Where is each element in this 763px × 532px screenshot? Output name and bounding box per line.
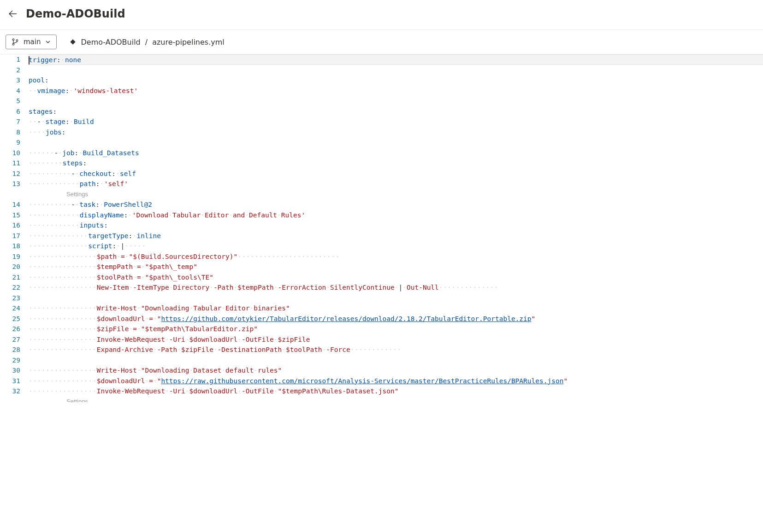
line-number: 21: [0, 272, 20, 283]
code-line[interactable]: [29, 293, 763, 304]
code-line[interactable]: ··············script:·|·····: [29, 241, 763, 251]
line-number: 9: [0, 137, 20, 148]
code-line[interactable]: ················$downloadUrl·=·"https://…: [29, 376, 763, 386]
line-number: 4: [0, 86, 20, 96]
code-line[interactable]: ······-·job:·Build_Datasets: [29, 148, 763, 158]
line-number: 11: [0, 158, 20, 169]
svg-point-0: [12, 39, 14, 41]
code-line[interactable]: ················Write-Host·"Downloading·…: [29, 365, 763, 376]
code-line[interactable]: trigger:·none: [29, 54, 763, 65]
back-button[interactable]: [7, 8, 18, 19]
arrow-left-icon: [9, 10, 17, 18]
line-number: 6: [0, 106, 20, 117]
code-line[interactable]: ················$tempPath·=·"$path\_temp…: [29, 262, 763, 272]
code-line[interactable]: ··-·stage:·Build: [29, 117, 763, 127]
page-title: Demo-ADOBuild: [26, 7, 125, 20]
header: Demo-ADOBuild: [0, 0, 763, 29]
line-number: 30: [0, 365, 20, 376]
code-content[interactable]: trigger:·nonepool:··vmimage:·'windows-la…: [29, 54, 763, 402]
branch-icon: [12, 38, 19, 46]
code-line[interactable]: [29, 96, 763, 106]
code-line[interactable]: ················Invoke-WebRequest·-Uri·$…: [29, 386, 763, 397]
line-number: 29: [0, 355, 20, 366]
code-line[interactable]: ················$path·=·"$(Build.Sources…: [29, 251, 763, 262]
code-editor[interactable]: 1234567891011121314151617181920212223242…: [0, 54, 763, 402]
line-number: 19: [0, 251, 20, 262]
line-number: 1: [0, 54, 20, 65]
line-number: 26: [0, 324, 20, 334]
line-number: 16: [0, 220, 20, 231]
line-number: 28: [0, 345, 20, 355]
line-number: 3: [0, 75, 20, 86]
code-line[interactable]: [29, 65, 763, 76]
chevron-down-icon: [45, 39, 51, 45]
code-line[interactable]: pool:: [29, 75, 763, 86]
code-line[interactable]: ················$toolPath·=·"$path\_tool…: [29, 272, 763, 283]
repo-icon: [70, 39, 76, 45]
svg-point-1: [12, 43, 14, 45]
line-number: 20: [0, 262, 20, 272]
branch-selector[interactable]: main: [6, 35, 57, 49]
url-link[interactable]: https://raw.githubusercontent.com/micros…: [161, 377, 563, 385]
code-line[interactable]: ····jobs:: [29, 127, 763, 138]
line-number: 7: [0, 117, 20, 127]
code-lens-settings[interactable]: Settings: [29, 189, 763, 200]
code-line[interactable]: ················Expand-Archive·-Path·$zi…: [29, 345, 763, 355]
url-link[interactable]: https://github.com/otykier/TabularEditor…: [161, 315, 531, 322]
code-line[interactable]: ················$downloadUrl·=·"https://…: [29, 314, 763, 324]
code-line[interactable]: ··········-·checkout:·self: [29, 169, 763, 179]
breadcrumb-repo[interactable]: Demo-ADOBuild: [81, 38, 140, 47]
line-number: 17: [0, 231, 20, 241]
line-number: 14: [0, 199, 20, 210]
code-line[interactable]: ············displayName:·'Download·Tabul…: [29, 210, 763, 221]
code-line[interactable]: ············path:·'self': [29, 179, 763, 189]
line-number: 23: [0, 293, 20, 304]
line-number: 15: [0, 210, 20, 221]
code-line[interactable]: [29, 137, 763, 148]
code-lens-settings[interactable]: Settings: [29, 397, 763, 402]
line-number: 31: [0, 376, 20, 386]
code-line[interactable]: ··vmimage:·'windows-latest': [29, 86, 763, 96]
line-number: 13: [0, 179, 20, 189]
code-line[interactable]: stages:: [29, 106, 763, 117]
line-number-gutter: 1234567891011121314151617181920212223242…: [0, 54, 29, 402]
code-line[interactable]: [29, 355, 763, 366]
line-number: 22: [0, 282, 20, 293]
code-line[interactable]: ················Invoke-WebRequest·-Uri·$…: [29, 334, 763, 345]
line-number: 25: [0, 314, 20, 324]
breadcrumb-separator: /: [145, 38, 148, 47]
code-line[interactable]: ········steps:: [29, 158, 763, 169]
code-line[interactable]: ············inputs:: [29, 220, 763, 231]
branch-name: main: [24, 38, 41, 46]
line-number: 12: [0, 169, 20, 179]
line-number: 2: [0, 65, 20, 76]
code-line[interactable]: ················New-Item·-ItemType·Direc…: [29, 282, 763, 293]
line-number: 32: [0, 386, 20, 397]
line-number: 10: [0, 148, 20, 158]
code-line[interactable]: ················Write-Host·"Downloading·…: [29, 303, 763, 314]
line-number: 18: [0, 241, 20, 251]
line-number: 27: [0, 334, 20, 345]
breadcrumb-file[interactable]: azure-pipelines.yml: [152, 38, 225, 47]
line-number: 24: [0, 303, 20, 314]
code-line[interactable]: ················$zipFile·=·"$tempPath\Ta…: [29, 324, 763, 334]
code-line[interactable]: ··········-·task:·PowerShell@2: [29, 199, 763, 210]
svg-point-2: [16, 40, 18, 41]
svg-rect-3: [71, 39, 76, 44]
breadcrumb: Demo-ADOBuild / azure-pipelines.yml: [70, 38, 224, 47]
toolbar: main Demo-ADOBuild / azure-pipelines.yml: [0, 29, 763, 54]
line-number: 5: [0, 96, 20, 106]
code-line[interactable]: ··············targetType:·inline: [29, 231, 763, 241]
line-number: 8: [0, 127, 20, 138]
